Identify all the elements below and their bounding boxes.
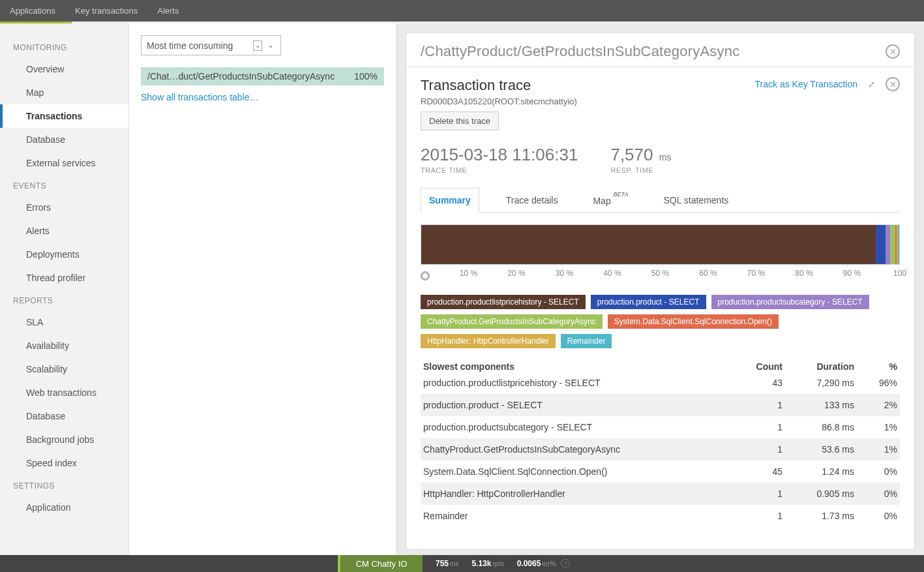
nav-applications[interactable]: Applications bbox=[10, 6, 55, 16]
table-row[interactable]: System.Data.SqlClient.SqlConnection.Open… bbox=[421, 460, 900, 483]
sidebar-item-database[interactable]: Database bbox=[0, 128, 128, 151]
table-row[interactable]: HttpHandler: HttpControllerHandler10.905… bbox=[421, 483, 900, 505]
legend: production.productlistpricehistory - SEL… bbox=[421, 295, 900, 348]
sidebar-heading-events: EVENTS bbox=[0, 175, 128, 196]
legend-item[interactable]: ChattyProduct.GetProductsInSubCategoryAs… bbox=[421, 314, 603, 329]
transactions-column: Most time consuming ⌄⌄ /Chat…duct/GetPro… bbox=[129, 23, 396, 555]
axis-tick: 30 % bbox=[556, 269, 573, 278]
sidebar-item-application-settings[interactable]: Application bbox=[0, 496, 128, 519]
tab-sql-statements[interactable]: SQL statements bbox=[655, 188, 737, 213]
transaction-row[interactable]: /Chat…duct/GetProductsInSubCategoryAsync… bbox=[141, 67, 384, 85]
chart-segment bbox=[890, 225, 895, 264]
sidebar-item-thread-profiler[interactable]: Thread profiler bbox=[0, 266, 128, 290]
sidebar-heading-reports: REPORTS bbox=[0, 290, 128, 310]
chart-segment bbox=[886, 225, 890, 264]
axis-tick: 20 % bbox=[507, 269, 525, 278]
sidebar-item-scalability[interactable]: Scalability bbox=[0, 357, 128, 381]
legend-item[interactable]: production.productsubcategory - SELECT bbox=[711, 295, 869, 309]
sidebar-item-database-report[interactable]: Database bbox=[0, 404, 128, 428]
sidebar-item-map[interactable]: Map bbox=[0, 81, 128, 104]
sidebar-item-errors[interactable]: Errors bbox=[0, 196, 128, 219]
transaction-name: /Chat…duct/GetProductsInSubCategoryAsync bbox=[147, 71, 335, 82]
table-header: Slowest components Count Duration % bbox=[421, 361, 900, 372]
transaction-pct: 100% bbox=[354, 71, 378, 82]
sidebar: MONITORING Overview Map Transactions Dat… bbox=[0, 23, 129, 555]
chart-segment bbox=[898, 225, 899, 264]
axis-tick: 10 % bbox=[460, 269, 477, 278]
detail-panel: /ChattyProduct/GetProductsInSubCategoryA… bbox=[396, 23, 924, 555]
axis-tick: 100 bbox=[893, 269, 906, 278]
legend-item[interactable]: HttpHandler: HttpControllerHandler bbox=[421, 334, 556, 348]
legend-item[interactable]: Remainder bbox=[561, 334, 612, 348]
trace-heading: Transaction trace bbox=[421, 77, 577, 94]
expand-icon[interactable]: ⤢ bbox=[868, 80, 875, 89]
response-time-label: RESP. TIME bbox=[610, 166, 671, 174]
axis-tick: 40 % bbox=[603, 269, 621, 278]
sidebar-item-external-services[interactable]: External services bbox=[0, 151, 128, 175]
timeline-chart: 10 %20 %30 %40 %50 %60 %70 %80 %90 %100 bbox=[421, 224, 900, 283]
legend-item[interactable]: System.Data.SqlClient.SqlConnection.Open… bbox=[608, 314, 779, 329]
show-all-link[interactable]: Show all transactions table… bbox=[141, 85, 259, 109]
panel-title: /ChattyProduct/GetProductsInSubCategoryA… bbox=[421, 43, 739, 60]
trace-subtitle: RD000D3A105220(ROOT:sitecmchattyio) bbox=[421, 97, 577, 106]
tab-map[interactable]: Map BETA bbox=[584, 188, 636, 213]
sidebar-item-web-transactions[interactable]: Web transactions bbox=[0, 381, 128, 404]
trace-time-value: 2015-03-18 11:06:31 bbox=[421, 145, 578, 165]
axis-tick: 70 % bbox=[747, 269, 765, 278]
axis-tick: 60 % bbox=[699, 269, 717, 278]
table-row[interactable]: production.productlistpricehistory - SEL… bbox=[421, 372, 900, 394]
table-row[interactable]: production.productsubcategory - SELECT18… bbox=[421, 416, 900, 438]
axis-tick: 80 % bbox=[795, 269, 812, 278]
sidebar-item-overview[interactable]: Overview bbox=[0, 57, 128, 81]
sidebar-item-availability[interactable]: Availability bbox=[0, 334, 128, 357]
trace-tabs: Summary Trace details Map BETA SQL state… bbox=[421, 187, 900, 213]
sidebar-item-sla[interactable]: SLA bbox=[0, 310, 128, 334]
sidebar-item-speed-index[interactable]: Speed index bbox=[0, 451, 128, 475]
track-key-transaction-link[interactable]: Track as Key Transaction bbox=[755, 79, 857, 89]
chart-segment bbox=[876, 225, 886, 264]
legend-item[interactable]: production.product - SELECT bbox=[591, 295, 706, 309]
sidebar-heading-settings: SETTINGS bbox=[0, 475, 128, 496]
table-row[interactable]: Remainder11.73 ms0% bbox=[421, 505, 900, 527]
nav-alerts[interactable]: Alerts bbox=[157, 6, 179, 16]
sidebar-item-background-jobs[interactable]: Background jobs bbox=[0, 428, 128, 451]
table-row[interactable]: production.product - SELECT1133 ms2% bbox=[421, 394, 900, 416]
tab-trace-details[interactable]: Trace details bbox=[498, 188, 567, 213]
axis-tick: 50 % bbox=[651, 269, 669, 278]
chart-segment bbox=[421, 225, 876, 264]
chevron-down-icon: ⌄⌄ bbox=[253, 40, 275, 51]
close-trace-icon[interactable]: ✕ bbox=[886, 77, 900, 91]
legend-item[interactable]: production.productlistpricehistory - SEL… bbox=[421, 295, 586, 309]
sidebar-heading-monitoring: MONITORING bbox=[0, 37, 128, 57]
table-row[interactable]: ChattyProduct.GetProductsInSubCategoryAs… bbox=[421, 438, 900, 460]
sidebar-item-alerts[interactable]: Alerts bbox=[0, 219, 128, 243]
tab-summary[interactable]: Summary bbox=[421, 188, 479, 213]
sort-dropdown[interactable]: Most time consuming ⌄⌄ bbox=[141, 35, 281, 55]
nav-key-transactions[interactable]: Key transactions bbox=[75, 6, 138, 16]
close-icon[interactable]: ✕ bbox=[886, 44, 900, 59]
top-nav: Applications Key transactions Alerts bbox=[0, 0, 924, 22]
sidebar-item-deployments[interactable]: Deployments bbox=[0, 243, 128, 266]
sort-dropdown-label: Most time consuming bbox=[147, 40, 233, 51]
delete-trace-button[interactable]: Delete this trace bbox=[421, 112, 499, 130]
trace-time-label: TRACE TIME bbox=[421, 166, 578, 174]
sidebar-item-transactions[interactable]: Transactions bbox=[0, 104, 128, 128]
response-time-value: 7,570 ms bbox=[610, 145, 671, 165]
axis-tick: 90 % bbox=[843, 269, 861, 278]
